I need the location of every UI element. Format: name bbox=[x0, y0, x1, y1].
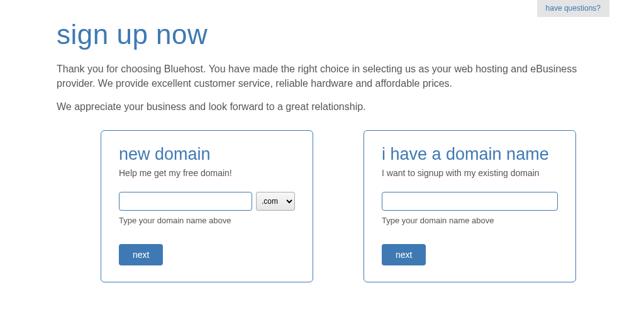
have-questions-tab[interactable]: have questions? bbox=[537, 0, 609, 17]
main-content: sign up now Thank you for choosing Blueh… bbox=[0, 0, 644, 282]
have-domain-input[interactable] bbox=[382, 192, 558, 211]
new-domain-input[interactable] bbox=[119, 192, 252, 211]
have-domain-subtitle: I want to signup with my existing domain bbox=[382, 168, 558, 178]
new-domain-subtitle: Help me get my free domain! bbox=[119, 168, 295, 178]
page-title: sign up now bbox=[57, 19, 587, 50]
have-domain-input-row bbox=[382, 192, 558, 211]
have-domain-title: i have a domain name bbox=[382, 145, 558, 164]
have-domain-hint: Type your domain name above bbox=[382, 216, 558, 225]
have-domain-next-button[interactable]: next bbox=[382, 244, 426, 265]
new-domain-card: new domain Help me get my free domain! .… bbox=[101, 130, 313, 282]
new-domain-next-button[interactable]: next bbox=[119, 244, 163, 265]
new-domain-title: new domain bbox=[119, 145, 295, 164]
intro-paragraph-1: Thank you for choosing Bluehost. You hav… bbox=[57, 62, 587, 91]
tld-select[interactable]: .com bbox=[256, 192, 295, 211]
have-domain-card: i have a domain name I want to signup wi… bbox=[364, 130, 576, 282]
new-domain-hint: Type your domain name above bbox=[119, 216, 295, 225]
signup-cards: new domain Help me get my free domain! .… bbox=[57, 130, 587, 282]
new-domain-input-row: .com bbox=[119, 192, 295, 211]
intro-paragraph-2: We appreciate your business and look for… bbox=[57, 99, 587, 114]
